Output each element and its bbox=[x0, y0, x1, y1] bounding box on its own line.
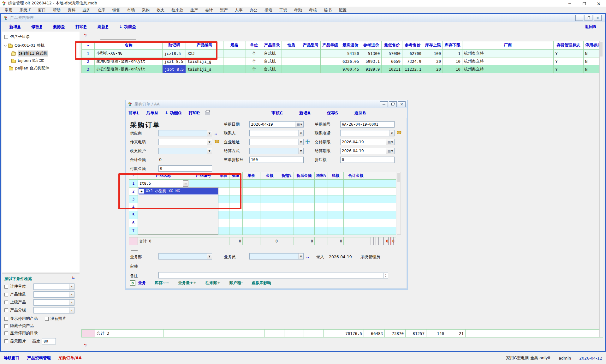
cell[interactable]: 100 bbox=[423, 50, 443, 57]
dropdown-arrow-icon[interactable]: ▾ bbox=[69, 284, 74, 289]
menu-item-会计[interactable]: 会计 bbox=[202, 8, 217, 13]
cell[interactable] bbox=[223, 50, 246, 57]
include-subdir-checkbox[interactable] bbox=[4, 35, 8, 39]
grid-cell[interactable] bbox=[344, 188, 368, 195]
dialog-toolbar-button-后单[interactable]: 后单N bbox=[146, 110, 158, 116]
cell[interactable]: Y bbox=[554, 57, 584, 65]
paid-input[interactable]: 0 bbox=[158, 165, 212, 172]
dropdown-arrow-icon[interactable]: ▼ bbox=[298, 254, 303, 259]
refresh-icon[interactable]: ↻ bbox=[130, 280, 135, 286]
dropdown-arrow-icon[interactable]: ▼ bbox=[389, 130, 394, 136]
swap-icon[interactable]: ←→ bbox=[84, 33, 86, 37]
child-close-button[interactable]: × bbox=[594, 15, 602, 21]
grid-cell[interactable] bbox=[368, 227, 396, 235]
cell[interactable] bbox=[282, 50, 301, 57]
cell[interactable]: 10 bbox=[443, 65, 462, 73]
cell[interactable]: 台式机 bbox=[262, 57, 282, 65]
menu-item-考勤[interactable]: 考勤 bbox=[291, 8, 306, 13]
grid-cell[interactable] bbox=[328, 203, 344, 211]
grid-cell[interactable] bbox=[279, 180, 294, 188]
settle-date-picker[interactable]: 2026-04-19 ▦▼ bbox=[340, 148, 395, 154]
cell[interactable]: 3 bbox=[82, 65, 95, 73]
dialog-toolbar-button-功能[interactable]: ↓功能O bbox=[165, 110, 181, 116]
grid-cell[interactable] bbox=[315, 203, 328, 211]
dialog-toolbar-button-打印[interactable]: 打印P bbox=[188, 110, 200, 116]
grid-cell[interactable] bbox=[260, 203, 279, 211]
grid-cell[interactable] bbox=[368, 203, 396, 211]
显示停用的目录-checkbox[interactable] bbox=[4, 331, 8, 335]
dropdown-arrow-icon[interactable]: ▼ bbox=[207, 139, 212, 145]
column-header-库存上限[interactable]: 库存上限 bbox=[423, 41, 443, 50]
grid-cell[interactable] bbox=[218, 211, 229, 219]
cell[interactable]: 10 bbox=[443, 57, 462, 65]
tree-node-bijiben 笔记本[interactable]: bijiben 笔记本 bbox=[11, 58, 44, 63]
column-header-参考售价[interactable]: 参考售价 bbox=[402, 41, 423, 50]
cell[interactable] bbox=[320, 50, 340, 57]
grid-cell[interactable] bbox=[260, 211, 279, 219]
scrollbar-thumb[interactable] bbox=[397, 173, 400, 182]
footer-link-业务量++[interactable]: 业务量++ bbox=[178, 280, 196, 286]
column-header-单位[interactable]: 单位 bbox=[246, 41, 262, 50]
show-image-checkbox[interactable] bbox=[4, 339, 8, 343]
column-header-性质[interactable]: 性质 bbox=[282, 41, 301, 50]
footer-link-业务[interactable]: 业务 bbox=[138, 280, 146, 286]
grid-cell[interactable] bbox=[279, 195, 294, 203]
dropdown-arrow-icon[interactable]: ▼ bbox=[298, 130, 303, 136]
menu-item-采购[interactable]: 采购 bbox=[138, 8, 153, 13]
tree-node-taishi11 台式机[interactable]: taishi11 台式机 bbox=[11, 51, 48, 57]
contact-combo[interactable]: ▼ bbox=[249, 130, 304, 136]
dropdown-arrow-icon[interactable]: ▾ bbox=[69, 300, 74, 305]
menu-item-常用[interactable]: 常用 bbox=[1, 8, 16, 13]
toolbar-button-功能[interactable]: ↓功能O bbox=[119, 24, 136, 30]
vertical-scrollbar[interactable] bbox=[599, 41, 603, 337]
grid-cell[interactable] bbox=[344, 219, 368, 227]
chevron-down-icon[interactable] bbox=[4, 44, 7, 46]
grid-cell[interactable] bbox=[279, 219, 294, 227]
dropdown-arrow-icon[interactable]: ▼ bbox=[298, 148, 303, 154]
cell[interactable]: Y bbox=[554, 65, 584, 73]
dialog-toolbar-button-前单[interactable]: 前单L bbox=[128, 110, 139, 116]
grid-cell[interactable] bbox=[328, 180, 344, 188]
dropdown-arrow-icon[interactable]: ▼ bbox=[298, 139, 303, 145]
tree-node-peijian 台式机配件[interactable]: peijian 台式机配件 bbox=[4, 66, 49, 71]
grid-cell[interactable]: 7 bbox=[129, 227, 138, 235]
column-header-最低售价[interactable]: 最低售价 bbox=[382, 41, 402, 50]
settle-combo[interactable]: ▼ bbox=[249, 148, 304, 154]
menu-item-秘书[interactable]: 秘书 bbox=[320, 8, 335, 13]
grid-cell[interactable] bbox=[315, 211, 328, 219]
grid-cell[interactable] bbox=[229, 227, 243, 235]
note-input[interactable]: ▲▼ bbox=[158, 272, 388, 278]
cell[interactable]: 9700.45 bbox=[340, 65, 361, 73]
account-combo[interactable]: ▼ bbox=[158, 148, 212, 154]
grid-cell[interactable] bbox=[368, 219, 396, 227]
menu-item-窗口[interactable]: 窗口 bbox=[34, 8, 49, 13]
cell[interactable] bbox=[301, 50, 320, 57]
cell[interactable] bbox=[282, 57, 301, 65]
grid-cell[interactable] bbox=[294, 188, 315, 195]
minimize-button[interactable]: ─ bbox=[562, 0, 577, 7]
grid-column-header-税率%[interactable]: 税率% bbox=[315, 172, 328, 180]
grid-column-header-合计金额[interactable]: 合计金额 bbox=[344, 172, 368, 180]
grid-cell[interactable] bbox=[260, 180, 279, 188]
隐藏子类产品-checkbox[interactable] bbox=[4, 324, 8, 328]
discount-input[interactable]: 100 bbox=[249, 157, 304, 163]
grid-cell[interactable]: 6 bbox=[129, 219, 138, 227]
dialog-toolbar-button-新增[interactable]: 新增A bbox=[299, 110, 311, 116]
menu-item-系统 F[interactable]: 系统 F bbox=[16, 8, 34, 13]
grid-cell[interactable] bbox=[243, 188, 260, 195]
grid-cell[interactable] bbox=[315, 219, 328, 227]
doc-date-picker[interactable]: 2026-04-19 ▦▼ bbox=[249, 121, 304, 128]
产品分组-checkbox[interactable] bbox=[4, 308, 8, 312]
cell[interactable]: jzot 8.5 bbox=[163, 65, 186, 73]
phone-icon[interactable]: ☎ bbox=[396, 130, 402, 135]
swap-icon[interactable]: ←→ bbox=[72, 276, 74, 279]
cell[interactable]: 1 bbox=[443, 50, 462, 57]
grid-cell[interactable] bbox=[294, 227, 315, 235]
grid-cell[interactable] bbox=[243, 180, 260, 188]
dialog-minimize-button[interactable] bbox=[380, 101, 388, 107]
calendar-dropdown-icon[interactable]: ▦▼ bbox=[295, 122, 303, 127]
column-header-厂商[interactable]: 厂商 bbox=[462, 41, 553, 50]
没有照片-checkbox[interactable] bbox=[45, 317, 49, 321]
grid-cell[interactable] bbox=[243, 211, 260, 219]
cell[interactable]: 62700 bbox=[402, 50, 423, 57]
